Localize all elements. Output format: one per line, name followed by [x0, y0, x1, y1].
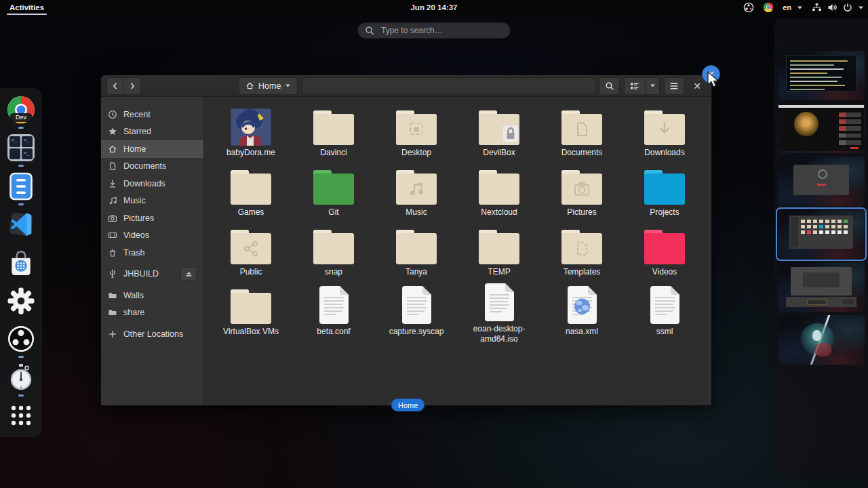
sidebar-item-recent[interactable]: Recent	[101, 106, 203, 123]
file-item-beta-conf[interactable]: beta.conf	[292, 283, 375, 342]
sidebar-item-music[interactable]: Music	[101, 192, 203, 210]
search-toggle-button[interactable]	[599, 77, 620, 95]
sidebar-item-label: Videos	[123, 230, 149, 240]
sidebar-item-label: Pictures	[123, 214, 154, 223]
running-indicator	[18, 356, 24, 358]
workspace-dialog-thumbnail[interactable]	[778, 157, 865, 206]
file-name: Nextcloud	[481, 207, 517, 218]
sidebar-item-pictures[interactable]: Pictures	[101, 209, 203, 227]
clock-label[interactable]: Jun 20 14:37	[410, 3, 457, 12]
forward-button[interactable]	[124, 77, 141, 95]
file-item-templates[interactable]: Templates	[540, 223, 623, 283]
folder-icon	[230, 223, 272, 265]
file-item-snap[interactable]: snap	[292, 223, 375, 283]
view-toggle-button[interactable]	[624, 77, 646, 95]
dock-item-terminator[interactable]: >_>_>_	[0, 131, 42, 164]
file-name: Games	[238, 207, 264, 218]
sidebar-item-label: Home	[123, 144, 146, 154]
file-item-projects[interactable]: Projects	[623, 163, 706, 223]
dock-item-settings[interactable]	[0, 285, 42, 317]
sidebar-item-label: Documents	[123, 161, 166, 171]
svg-text:>_: >_	[12, 138, 18, 143]
file-item-pictures[interactable]: Pictures	[540, 163, 623, 223]
file-item-git[interactable]: Git	[292, 163, 375, 223]
sidebar-item-trash[interactable]: Trash	[101, 244, 203, 262]
dock-item-software[interactable]	[0, 247, 42, 279]
file-icon	[484, 283, 515, 322]
obs-tray-icon[interactable]	[743, 2, 754, 13]
activities-button[interactable]: Activities	[5, 2, 48, 13]
chrome-tray-icon[interactable]	[763, 2, 774, 13]
volume-icon	[827, 3, 837, 12]
file-item-public[interactable]: Public	[210, 223, 292, 283]
dock-item-chrome-dev[interactable]: Dev	[0, 94, 42, 126]
workspace-file-manager-thumbnail[interactable]	[778, 209, 865, 259]
sidebar-item-home[interactable]: Home	[101, 140, 203, 158]
menu-button[interactable]	[664, 77, 684, 95]
file-item-tanya[interactable]: Tanya	[375, 223, 458, 283]
search-input[interactable]	[380, 25, 503, 36]
dock-item-app-grid[interactable]	[0, 399, 42, 432]
sidebar-item-videos[interactable]: Videos	[101, 227, 203, 245]
trash-icon	[108, 248, 117, 258]
file-item-videos[interactable]: Videos	[623, 223, 706, 283]
file-item-games[interactable]: Games	[210, 163, 292, 223]
sidebar-item-downloads[interactable]: Downloads	[101, 175, 203, 192]
file-name: nasa.xml	[566, 327, 598, 337]
folder-icon	[230, 283, 272, 325]
file-icon	[566, 283, 598, 325]
eject-button[interactable]	[180, 267, 197, 281]
folder-icon	[313, 104, 355, 146]
workspace-video-browser-thumbnail[interactable]	[778, 104, 865, 153]
file-item-virtualbox-vms[interactable]: VirtualBox VMs	[210, 283, 292, 342]
running-indicator	[18, 165, 24, 167]
folder-icon	[108, 308, 117, 317]
file-name: ssml	[656, 327, 673, 337]
system-tray[interactable]: en	[743, 0, 864, 15]
file-item-ssml[interactable]: ssml	[623, 283, 706, 342]
sidebar-item-jhbuild[interactable]: JHBUILD	[101, 266, 203, 283]
dock-item-vscode[interactable]	[0, 208, 42, 241]
file-item-devilbox[interactable]: DevilBox	[458, 104, 540, 163]
file-item-eoan-desktop-amd64-iso[interactable]: eoan-desktop-amd64.iso	[458, 283, 540, 342]
location-bar[interactable]	[302, 77, 595, 95]
header-bar: Home ✕	[101, 75, 711, 97]
dock-item-obs[interactable]	[0, 323, 42, 355]
workspace-terminal-thumbnail[interactable]	[778, 51, 865, 100]
view-options-caret[interactable]	[646, 77, 660, 95]
file-name: Templates	[564, 267, 601, 277]
folder-icon	[478, 104, 520, 146]
language-menu[interactable]: en	[783, 3, 803, 12]
file-item-nasa-xml[interactable]: nasa.xml	[540, 283, 623, 342]
dock-item-files[interactable]	[0, 170, 42, 203]
file-item-desktop[interactable]: Desktop	[375, 104, 458, 163]
sidebar-item-documents[interactable]: Documents	[101, 158, 203, 176]
folder-icon	[313, 163, 355, 205]
file-item-documents[interactable]: Documents	[540, 104, 623, 163]
sidebar-item-share[interactable]: share	[101, 304, 203, 322]
file-item-davinci[interactable]: Davinci	[292, 104, 375, 163]
file-name: Projects	[650, 207, 679, 218]
file-item-music[interactable]: Music	[375, 163, 458, 223]
file-item-babydora-me[interactable]: babyDora.me	[210, 104, 292, 163]
workspace-wallpaper-thumbnail[interactable]	[778, 315, 865, 365]
film-icon	[108, 230, 117, 240]
sidebar-item-walls[interactable]: Walls	[101, 287, 203, 304]
workspace-obs-studio-thumbnail[interactable]	[778, 262, 865, 312]
file-item-downloads[interactable]: Downloads	[623, 104, 706, 163]
file-item-capture-syscap[interactable]: capture.syscap	[375, 283, 458, 342]
file-item-temp[interactable]: TEMP	[458, 223, 540, 283]
back-button[interactable]	[106, 77, 124, 95]
sidebar-item-starred[interactable]: Starred	[101, 123, 203, 141]
file-name: Git	[328, 207, 338, 218]
clock-icon	[108, 110, 117, 119]
sidebar-item-other-locations[interactable]: Other Locations	[101, 325, 203, 343]
dock-item-clocks[interactable]	[0, 361, 42, 394]
file-item-nextcloud[interactable]: Nextcloud	[458, 163, 540, 223]
overview-search[interactable]	[357, 22, 511, 39]
breadcrumb-home[interactable]: Home	[239, 77, 298, 95]
system-menu[interactable]	[812, 3, 864, 12]
folder-icon	[478, 223, 520, 265]
file-name: DevilBox	[483, 148, 515, 158]
overview-close-button[interactable]: ✕	[702, 65, 720, 83]
